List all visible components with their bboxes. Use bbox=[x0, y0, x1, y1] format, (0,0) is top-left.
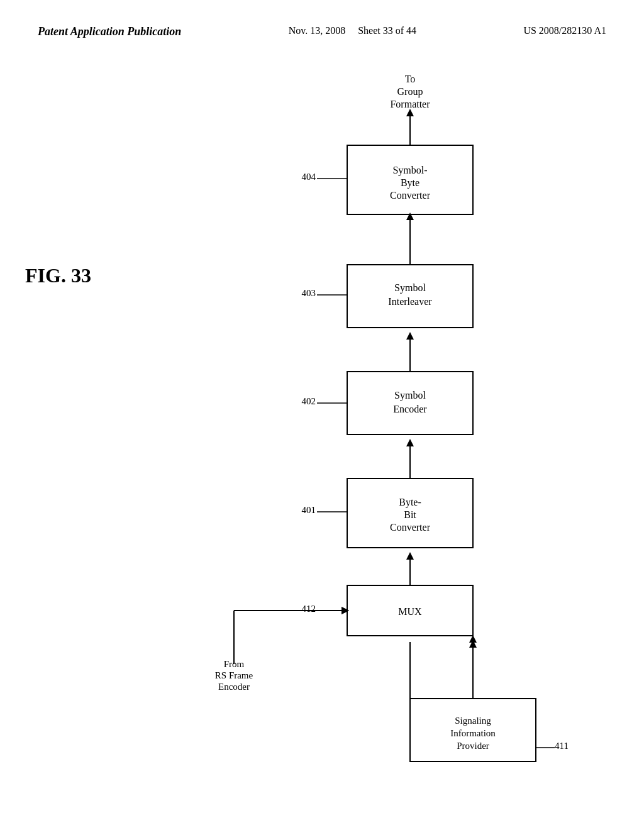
svg-marker-26 bbox=[406, 439, 414, 446]
svg-marker-19 bbox=[406, 332, 414, 340]
svg-text:403: 403 bbox=[302, 288, 316, 298]
svg-text:RS Frame: RS Frame bbox=[215, 670, 253, 680]
svg-text:404: 404 bbox=[302, 172, 316, 182]
svg-text:Formatter: Formatter bbox=[390, 99, 430, 109]
publication-title: Patent Application Publication bbox=[38, 25, 181, 38]
svg-text:Interleaver: Interleaver bbox=[388, 296, 432, 307]
svg-text:Provider: Provider bbox=[457, 741, 489, 751]
diagram-area: To Group Formatter Symbol- Byte Converte… bbox=[38, 64, 606, 793]
svg-text:412: 412 bbox=[302, 604, 316, 614]
svg-text:To: To bbox=[405, 74, 416, 84]
svg-text:Signaling: Signaling bbox=[455, 716, 491, 726]
svg-marker-34 bbox=[406, 552, 414, 560]
svg-text:Encoder: Encoder bbox=[393, 404, 427, 414]
svg-text:Byte-: Byte- bbox=[399, 497, 421, 508]
svg-text:Symbol: Symbol bbox=[394, 282, 426, 294]
svg-rect-20 bbox=[347, 372, 473, 434]
page: Patent Application Publication Nov. 13, … bbox=[0, 0, 644, 830]
publication-date-sheet: Nov. 13, 2008 Sheet 33 of 44 bbox=[289, 25, 416, 36]
svg-text:Converter: Converter bbox=[390, 190, 431, 201]
svg-text:Encoder: Encoder bbox=[218, 682, 250, 692]
svg-text:411: 411 bbox=[555, 741, 569, 751]
svg-text:Byte: Byte bbox=[401, 177, 419, 189]
page-header: Patent Application Publication Nov. 13, … bbox=[38, 25, 606, 45]
sheet-info: Sheet 33 of 44 bbox=[358, 25, 416, 36]
svg-text:Information: Information bbox=[450, 728, 496, 738]
svg-text:Converter: Converter bbox=[390, 522, 431, 533]
svg-text:402: 402 bbox=[302, 396, 316, 406]
svg-text:MUX: MUX bbox=[398, 606, 422, 617]
publication-number: US 2008/282130 A1 bbox=[523, 25, 606, 36]
svg-text:Group: Group bbox=[397, 86, 423, 97]
svg-text:Symbol-: Symbol- bbox=[392, 165, 427, 176]
svg-text:401: 401 bbox=[302, 505, 316, 515]
svg-text:Symbol: Symbol bbox=[394, 390, 426, 401]
diagram-svg: To Group Formatter Symbol- Byte Converte… bbox=[38, 64, 606, 793]
publication-date: Nov. 13, 2008 bbox=[289, 25, 346, 36]
svg-marker-4 bbox=[406, 109, 414, 116]
svg-text:Bit: Bit bbox=[404, 509, 416, 520]
